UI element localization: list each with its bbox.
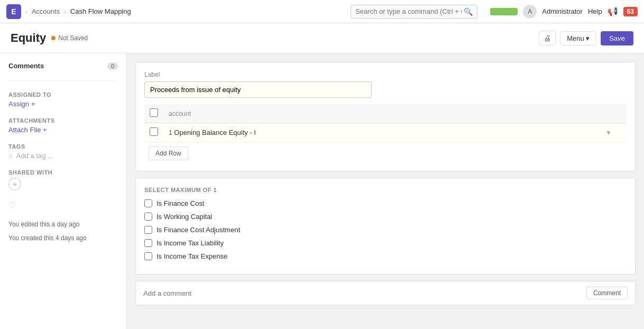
accounts-table: account 1 Opening Balance Equity - I ▼ bbox=[144, 104, 627, 142]
sidebar-attachments-section: ATTACHMENTS Attach File + bbox=[8, 117, 118, 134]
checkbox-option-itl[interactable]: Is Income Tax Liability bbox=[144, 239, 627, 247]
search-input[interactable] bbox=[355, 7, 462, 15]
attach-file-button[interactable]: Attach File + bbox=[8, 126, 47, 134]
topnav-right: A Administrator Help 📢 63 bbox=[490, 5, 638, 19]
row-checkbox[interactable] bbox=[150, 127, 158, 136]
not-saved-dot bbox=[51, 36, 56, 40]
save-button[interactable]: Save bbox=[601, 31, 633, 45]
app-logo: E bbox=[6, 4, 21, 19]
add-shared-button[interactable]: + bbox=[8, 178, 21, 190]
checkbox-label-wc: Is Working Capital bbox=[157, 213, 212, 221]
table-row: 1 Opening Balance Equity - I ▼ bbox=[144, 123, 627, 142]
checkbox-wc[interactable] bbox=[144, 213, 152, 221]
menu-button[interactable]: Menu ▾ bbox=[560, 31, 596, 45]
checkbox-option-ite[interactable]: Is Income Tax Expense bbox=[144, 252, 627, 260]
select-all-checkbox[interactable] bbox=[150, 108, 158, 117]
topnav: E › Accounts › Cash Flow Mapping 🔍 A Adm… bbox=[0, 0, 644, 23]
th-checkbox bbox=[144, 104, 163, 123]
page-actions: 🖨 Menu ▾ Save bbox=[539, 31, 633, 45]
like-button[interactable]: ♡ bbox=[8, 200, 16, 209]
checkbox-label-ite: Is Income Tax Expense bbox=[157, 252, 227, 260]
checkbox-option-fca[interactable]: Is Finance Cost Adjustment bbox=[144, 226, 627, 234]
add-row-button[interactable]: Add Row bbox=[149, 147, 188, 160]
checkbox-label-fc: Is Finance Cost bbox=[157, 199, 204, 207]
not-saved-badge: Not Saved bbox=[51, 34, 88, 42]
activity-2: You created this 4 days ago bbox=[8, 233, 118, 243]
checkbox-option-fc[interactable]: Is Finance Cost bbox=[144, 199, 627, 207]
checkbox-label-itl: Is Income Tax Liability bbox=[157, 239, 224, 247]
comments-label: Comments bbox=[8, 62, 44, 70]
row-account-name[interactable]: Opening Balance Equity - I bbox=[174, 129, 256, 136]
notification-badge: 63 bbox=[623, 7, 638, 16]
sidebar-shared-section: SHARED WITH + bbox=[8, 169, 118, 190]
assign-button[interactable]: Assign + bbox=[8, 100, 35, 108]
content-area: Label account bbox=[127, 53, 644, 329]
comments-row: Comments 0 bbox=[8, 62, 118, 70]
sidebar-activity-section: You edited this a day ago You created th… bbox=[8, 220, 118, 243]
select-max-card: SELECT MAXIMUM OF 1 Is Finance Cost Is W… bbox=[135, 178, 636, 275]
page-header: Equity Not Saved 🖨 Menu ▾ Save bbox=[0, 23, 644, 53]
activity-1: You edited this a day ago bbox=[8, 220, 118, 229]
notifications-icon[interactable]: 📢 bbox=[608, 6, 618, 16]
row-checkbox-cell bbox=[144, 123, 163, 142]
checkbox-fca[interactable] bbox=[144, 226, 152, 234]
not-saved-label: Not Saved bbox=[58, 34, 88, 42]
user-menu[interactable]: Administrator bbox=[542, 7, 583, 15]
sidebar-heart-section: ♡ bbox=[8, 200, 118, 210]
tags-title: TAGS bbox=[8, 143, 118, 150]
checkbox-fc[interactable] bbox=[144, 199, 152, 207]
row-index: 1 bbox=[169, 129, 172, 136]
help-menu[interactable]: Help bbox=[588, 7, 602, 15]
comments-count: 0 bbox=[107, 62, 118, 70]
card-body: Label account bbox=[136, 62, 635, 171]
checkbox-label-fca: Is Finance Cost Adjustment bbox=[157, 226, 240, 234]
th-account: account bbox=[163, 104, 600, 123]
tag-dot-icon: ○ bbox=[8, 152, 13, 160]
main-card: Label account bbox=[135, 62, 636, 171]
print-button[interactable]: 🖨 bbox=[539, 31, 556, 45]
select-max-title: SELECT MAXIMUM OF 1 bbox=[144, 187, 627, 193]
avatar: A bbox=[523, 5, 537, 19]
comment-bar: Comment bbox=[135, 281, 636, 305]
sidebar-tags-section: TAGS ○ Add a tag ... bbox=[8, 143, 118, 160]
breadcrumb-chevron-2: › bbox=[64, 8, 66, 15]
comment-button[interactable]: Comment bbox=[586, 287, 628, 299]
main-layout: Comments 0 ASSIGNED TO Assign + ATTACHME… bbox=[0, 53, 644, 329]
assigned-to-title: ASSIGNED TO bbox=[8, 92, 118, 98]
shared-with-title: SHARED WITH bbox=[8, 169, 118, 176]
label-field-label: Label bbox=[144, 71, 627, 78]
title-area: Equity Not Saved bbox=[11, 31, 88, 45]
checkbox-itl[interactable] bbox=[144, 239, 152, 247]
label-input[interactable] bbox=[144, 81, 372, 98]
divider-1 bbox=[8, 80, 118, 81]
checkboxes-container: Is Finance Cost Is Working Capital Is Fi… bbox=[144, 199, 627, 260]
row-expand-icon[interactable]: ▼ bbox=[605, 129, 612, 136]
checkbox-ite[interactable] bbox=[144, 252, 152, 260]
add-tag-button[interactable]: ○ Add a tag ... bbox=[8, 152, 53, 160]
shared-row: + bbox=[8, 178, 118, 190]
sidebar-comments-section: Comments 0 bbox=[8, 62, 118, 70]
search-bar[interactable]: 🔍 bbox=[351, 5, 477, 19]
checkbox-option-wc[interactable]: Is Working Capital bbox=[144, 213, 627, 221]
th-action bbox=[600, 104, 627, 123]
search-icon: 🔍 bbox=[464, 7, 473, 16]
sidebar: Comments 0 ASSIGNED TO Assign + ATTACHME… bbox=[0, 53, 127, 329]
breadcrumb-accounts[interactable]: Accounts bbox=[32, 7, 60, 15]
comment-input[interactable] bbox=[143, 289, 586, 297]
page-title: Equity bbox=[11, 31, 46, 45]
row-account-cell: 1 Opening Balance Equity - I bbox=[163, 123, 600, 142]
sidebar-assigned-section: ASSIGNED TO Assign + bbox=[8, 92, 118, 108]
breadcrumb-chevron-1: › bbox=[25, 8, 27, 15]
row-action-cell: ▼ bbox=[600, 123, 627, 142]
progress-bar bbox=[490, 8, 518, 15]
attachments-title: ATTACHMENTS bbox=[8, 117, 118, 124]
breadcrumb-current: Cash Flow Mapping bbox=[70, 7, 131, 15]
